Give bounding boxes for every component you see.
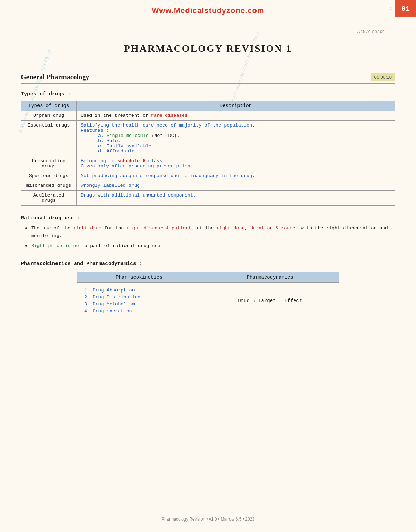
drug-type-prescription: Prescription drugs [21, 156, 77, 171]
list-item: The use of the right drug for the right … [24, 225, 395, 239]
col-header-types: Types of drugs [21, 101, 77, 111]
drug-desc-adulterated: Drugs with additional unwanted component… [77, 191, 395, 206]
drug-type-essential: Essential drugs [21, 121, 77, 156]
list-item: 4. Drug excretion [84, 308, 194, 314]
section-title: General Pharmacology [21, 73, 89, 81]
table-row: misbranded drugs Wrongly labelled drug. [21, 181, 395, 191]
list-item: 3. Drug Metabolism [84, 302, 194, 307]
drug-type-adulterated: Adulterated drugs [21, 191, 77, 206]
drug-desc-misbranded: Wrongly labelled drug. [77, 181, 395, 191]
table-row: Spurious drugs Not producing adequate re… [21, 171, 395, 181]
pk-list: 1. Drug Absorption 2. Drug Distribution … [84, 288, 194, 314]
table-row: Orphan drug Used in the treatment of rar… [21, 111, 395, 121]
drug-type-misbranded: misbranded drugs [21, 181, 77, 191]
table-row: Prescription drugs Belonging to schedule… [21, 156, 395, 171]
drug-desc-orphan: Used in the treatment of rare diseases. [77, 111, 395, 121]
list-item: 1. Drug Absorption [84, 288, 194, 293]
drug-desc-essential: Satisfying the health care need of major… [77, 121, 395, 156]
types-of-drugs-heading: Types of drugs : [21, 91, 395, 97]
col-header-description: Description [77, 101, 395, 111]
list-item: 2. Drug Distribution [84, 295, 194, 300]
drug-desc-spurious: Not producing adequate response due to i… [77, 171, 395, 181]
rational-drug-section: Rational drug use : The use of the right… [21, 215, 395, 250]
rational-heading: Rational drug use : [21, 215, 395, 221]
list-item: Right price is not a part of rational dr… [24, 242, 395, 250]
footer: Pharmacology Revision • v1.0 • Marrow 6.… [0, 517, 416, 522]
pk-col-header: Pharmacokinetics [77, 272, 201, 282]
rational-bullet-list: The use of the right drug for the right … [21, 225, 395, 250]
drug-desc-prescription: Belonging to schedule H class. Given onl… [77, 156, 395, 171]
page-wrapper: Www.Medicalstudyzone.com 01 1 PHARMACOLO… [0, 0, 416, 532]
pd-effect-text: Drug → Target → Effect [208, 298, 332, 304]
page-number: 1 [390, 6, 392, 11]
site-title: Www.Medicalstudyzone.com [0, 6, 416, 15]
table-row: 1. Drug Absorption 2. Drug Distribution … [77, 282, 339, 319]
pk-pd-table: Pharmacokinetics Pharmacodynamics 1. Dru… [77, 272, 339, 319]
title-row: PHARMACOLOGY REVISION 1 ----- Active spa… [0, 29, 416, 56]
pd-col-header: Pharmacodynamics [201, 272, 339, 282]
drug-type-spurious: Spurious drugs [21, 171, 77, 181]
rare-diseases-text: rare diseases. [151, 113, 190, 118]
pk-items-cell: 1. Drug Absorption 2. Drug Distribution … [77, 282, 201, 319]
page-badge: 01 [395, 0, 416, 17]
drug-type-orphan: Orphan drug [21, 111, 77, 121]
footer-text: Pharmacology Revision • v1.0 • Marrow 6.… [162, 517, 254, 522]
main-title: PHARMACOLOGY REVISION 1 [124, 43, 292, 54]
pharmacokinetics-section: Pharmacokinetics and Pharmacodynamics : … [21, 261, 395, 319]
timer-badge: 00:00:10 [371, 73, 395, 81]
pk-pd-heading: Pharmacokinetics and Pharmacodynamics : [21, 261, 395, 267]
header: Www.Medicalstudyzone.com 01 1 [0, 0, 416, 19]
pd-effect-cell: Drug → Target → Effect [201, 282, 339, 319]
content-area: Types of drugs : Types of drugs Descript… [0, 91, 416, 319]
section-header: General Pharmacology 00:00:10 [21, 73, 395, 84]
table-row: Essential drugs Satisfying the health ca… [21, 121, 395, 156]
drugs-table: Types of drugs Description Orphan drug U… [21, 101, 395, 206]
active-space: ----- Active space ----- [347, 29, 395, 34]
table-row: Adulterated drugs Drugs with additional … [21, 191, 395, 206]
